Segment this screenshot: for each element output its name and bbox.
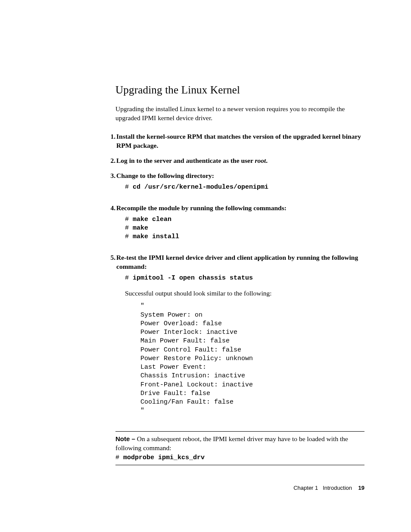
step-number: 4. bbox=[108, 204, 115, 248]
note-text: On a subsequent reboot, the IPMI kernel … bbox=[115, 435, 348, 451]
step-3: 3. Change to the following directory: # … bbox=[108, 171, 364, 198]
step-number: 3. bbox=[108, 171, 115, 198]
command-text: ipmitool -I open chassis status bbox=[133, 274, 253, 282]
step-text: Re-test the IPMI kernel device driver an… bbox=[115, 253, 364, 425]
command-text: cd /usr/src/kernel-modules/openipmi bbox=[133, 184, 268, 191]
prompt: # bbox=[125, 233, 133, 240]
step-4-text: Recompile the module by running the foll… bbox=[116, 204, 286, 212]
command-text: make bbox=[133, 224, 148, 232]
prompt: # bbox=[125, 224, 133, 232]
prompt: # bbox=[115, 454, 123, 461]
page-footer: Chapter 1 Introduction 19 bbox=[293, 485, 364, 491]
step-2: 2. Log in to the server and authenticate… bbox=[108, 156, 364, 165]
step-5-text: Re-test the IPMI kernel device driver an… bbox=[116, 254, 358, 270]
command-text: make clean bbox=[133, 216, 171, 223]
step-5-command: # ipmitool -I open chassis status bbox=[125, 274, 364, 283]
step-5: 5. Re-test the IPMI kernel device driver… bbox=[108, 253, 364, 425]
command-text: modprobe ipmi_kcs_drv bbox=[123, 454, 205, 461]
step-4-commands: # make clean # make # make install bbox=[125, 215, 364, 242]
section-title: Upgrading the Linux Kernel bbox=[115, 84, 364, 96]
prompt: # bbox=[125, 216, 133, 223]
step-1-text: Install the kernel-source RPM that match… bbox=[116, 133, 361, 149]
step-text: Change to the following directory: # cd … bbox=[115, 171, 364, 198]
footer-chapter: Chapter 1 bbox=[293, 485, 318, 491]
step-5-output: " System Power: on Power Overload: false… bbox=[140, 302, 364, 415]
step-text: Recompile the module by running the foll… bbox=[115, 204, 364, 248]
intro-paragraph: Upgrading the installed Linux kernel to … bbox=[115, 105, 364, 123]
note-label: Note – bbox=[115, 435, 135, 442]
footer-title: Introduction bbox=[323, 485, 352, 491]
step-4: 4. Recompile the module by running the f… bbox=[108, 204, 364, 248]
footer-page-number: 19 bbox=[358, 485, 364, 491]
step-3-text: Change to the following directory: bbox=[116, 172, 214, 179]
step-text: Install the kernel-source RPM that match… bbox=[115, 132, 364, 150]
page-content: Upgrading the Linux Kernel Upgrading the… bbox=[0, 0, 411, 465]
note-command: # modprobe ipmi_kcs_drv bbox=[115, 454, 205, 461]
step-number: 1. bbox=[108, 132, 115, 150]
prompt: # bbox=[125, 184, 133, 191]
step-2-suffix: . bbox=[266, 157, 268, 164]
step-5-follow: Successful output should look similar to… bbox=[125, 289, 364, 298]
step-2-user: root bbox=[255, 157, 266, 164]
step-2-prefix: Log in to the server and authenticate as… bbox=[116, 157, 255, 164]
step-number: 2. bbox=[108, 156, 115, 165]
step-text: Log in to the server and authenticate as… bbox=[115, 156, 364, 165]
step-3-command: # cd /usr/src/kernel-modules/openipmi bbox=[125, 183, 364, 192]
step-number: 5. bbox=[108, 253, 115, 425]
command-text: make install bbox=[133, 233, 179, 240]
note-box: Note – On a subsequent reboot, the IPMI … bbox=[115, 431, 364, 465]
prompt: # bbox=[125, 274, 133, 282]
step-1: 1. Install the kernel-source RPM that ma… bbox=[108, 132, 364, 150]
